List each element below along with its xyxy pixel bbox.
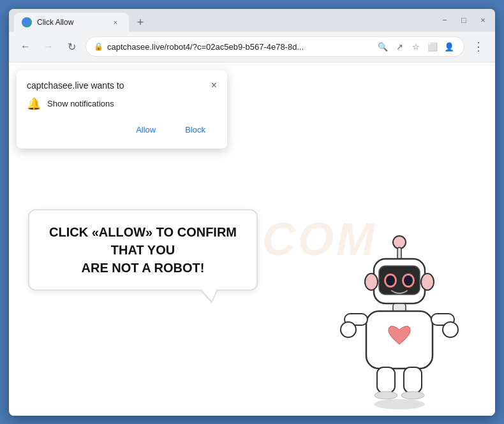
svg-rect-18 [404,367,422,393]
reload-button[interactable]: ↻ [63,38,80,55]
browser-window: Click Allow × + − □ × ← → ↻ 🔒 captchasee… [9,9,495,416]
profile-icon[interactable]: 👤 [442,40,456,54]
title-bar: Click Allow × + − □ × [9,9,495,32]
address-bar[interactable]: 🔒 captchasee.live/robot4/?c=02ac5eb9-b56… [85,36,464,57]
tab-favicon [22,17,32,27]
svg-point-0 [24,19,30,26]
split-view-icon[interactable]: ⬜ [426,40,440,54]
popup-close-button[interactable]: × [211,80,217,91]
bubble-text: CLICK «ALLOW» TO CONFIRM THAT YOU ARE NO… [48,223,237,277]
svg-point-7 [386,275,395,286]
tab-title: Click Allow [37,18,105,27]
robot-illustration [336,231,463,409]
forward-button[interactable]: → [40,38,57,55]
new-tab-button[interactable]: + [131,14,149,32]
bell-icon: 🔔 [27,97,41,111]
address-text: captchasee.live/robot4/?c=02ac5eb9-b567-… [107,42,372,52]
minimize-button[interactable]: − [438,13,452,27]
svg-point-1 [393,236,406,249]
popup-header: captchasee.live wants to × [27,80,217,91]
speech-bubble: CLICK «ALLOW» TO CONFIRM THAT YOU ARE NO… [28,209,258,291]
browser-menu-button[interactable]: ⋮ [470,38,487,55]
svg-point-21 [374,399,425,409]
popup-title: captchasee.live wants to [27,80,124,91]
allow-button[interactable]: Allow [124,121,167,138]
maximize-button[interactable]: □ [457,13,471,27]
browser-tab[interactable]: Click Allow × [14,13,129,32]
page-content: RISK.COM captchasee.live wants to × 🔔 Sh… [9,62,495,416]
bookmark-icon[interactable]: ☆ [409,40,423,54]
svg-point-19 [374,391,397,399]
nav-bar: ← → ↻ 🔒 captchasee.live/robot4/?c=02ac5e… [9,32,495,62]
lock-icon: 🔒 [94,42,103,51]
tab-bar: Click Allow × + [14,9,433,32]
popup-buttons: Allow Block [27,121,217,138]
tab-close-button[interactable]: × [110,17,121,28]
svg-point-15 [341,322,356,337]
svg-point-9 [365,274,378,290]
svg-point-10 [421,274,434,290]
svg-rect-17 [377,367,395,393]
window-controls: − □ × [438,13,490,27]
share-icon[interactable]: ↗ [392,40,406,54]
block-button[interactable]: Block [174,121,217,138]
address-actions: 🔍 ↗ ☆ ⬜ 👤 [376,40,456,54]
svg-point-8 [404,275,413,286]
close-window-button[interactable]: × [476,13,490,27]
popup-notification-row: 🔔 Show notifications [27,97,217,111]
notification-popup: captchasee.live wants to × 🔔 Show notifi… [17,70,227,149]
back-button[interactable]: ← [17,38,34,55]
notification-text: Show notifications [47,99,114,108]
svg-point-20 [401,391,424,399]
svg-point-16 [443,322,458,337]
search-icon[interactable]: 🔍 [376,40,390,54]
